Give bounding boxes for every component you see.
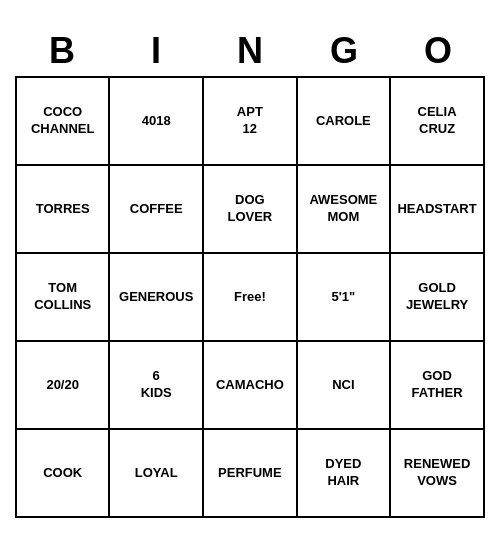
cell-r1-c3: AWESOMEMOM	[297, 165, 391, 253]
cell-r2-c1: GENEROUS	[109, 253, 203, 341]
cell-r0-c2: APT12	[203, 77, 297, 165]
cell-r3-c1: 6KIDS	[109, 341, 203, 429]
header-b: B	[15, 26, 109, 76]
bingo-grid: COCOCHANNEL4018APT12CAROLECELIACRUZTORRE…	[15, 76, 485, 518]
cell-r2-c3: 5'1"	[297, 253, 391, 341]
cell-r0-c3: CAROLE	[297, 77, 391, 165]
cell-r0-c4: CELIACRUZ	[390, 77, 484, 165]
header-g: G	[297, 26, 391, 76]
cell-r2-c2: Free!	[203, 253, 297, 341]
cell-r1-c2: DOGLOVER	[203, 165, 297, 253]
bingo-card: B I N G O COCOCHANNEL4018APT12CAROLECELI…	[15, 26, 485, 518]
cell-r3-c4: GODFATHER	[390, 341, 484, 429]
header-o: O	[391, 26, 485, 76]
cell-r4-c3: DYEDHAIR	[297, 429, 391, 517]
cell-r0-c1: 4018	[109, 77, 203, 165]
cell-r4-c0: COOK	[16, 429, 109, 517]
cell-r4-c4: RENEWEDVOWS	[390, 429, 484, 517]
header-i: I	[109, 26, 203, 76]
cell-r1-c1: COFFEE	[109, 165, 203, 253]
bingo-header: B I N G O	[15, 26, 485, 76]
cell-r1-c0: TORRES	[16, 165, 109, 253]
cell-r1-c4: HEADSTART	[390, 165, 484, 253]
header-n: N	[203, 26, 297, 76]
cell-r0-c0: COCOCHANNEL	[16, 77, 109, 165]
cell-r4-c1: LOYAL	[109, 429, 203, 517]
cell-r2-c4: GOLDJEWELRY	[390, 253, 484, 341]
cell-r3-c3: NCI	[297, 341, 391, 429]
cell-r3-c0: 20/20	[16, 341, 109, 429]
cell-r2-c0: TOMCOLLINS	[16, 253, 109, 341]
cell-r3-c2: CAMACHO	[203, 341, 297, 429]
cell-r4-c2: PERFUME	[203, 429, 297, 517]
